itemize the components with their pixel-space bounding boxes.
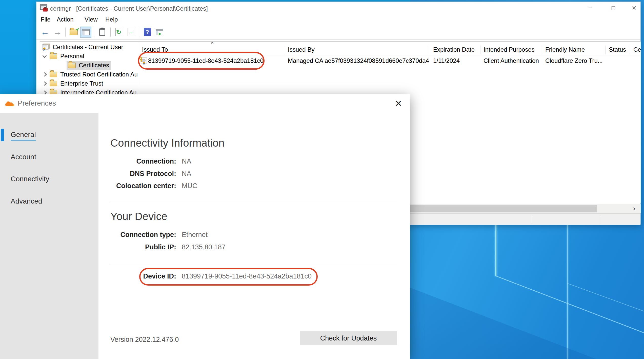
cell-friendly-name: Cloudflare Zero Tru... (545, 57, 603, 64)
minimize-button[interactable]: − (582, 2, 598, 14)
version-text: Version 2022.12.476.0 (110, 336, 179, 344)
preferences-sidebar: General Account Connectivity Advanced (0, 113, 98, 359)
forward-icon[interactable]: → (52, 27, 63, 38)
tree-item-enterprise-trust[interactable]: Enterprise Trust (40, 79, 138, 88)
dialog-title: Preferences (18, 99, 56, 107)
section-divider (110, 264, 397, 264)
toolbar-separator (65, 28, 66, 37)
folder-icon (50, 81, 57, 86)
column-header-intended-purposes[interactable]: Intended Purposes (484, 46, 534, 53)
info-row-connection-type: Connection type: Ethernet (98, 231, 410, 241)
tree-item-certificates-current-user[interactable]: Certificates - Current User (40, 43, 138, 52)
clipboard-icon[interactable] (97, 27, 108, 38)
wallpaper-pane-line (495, 223, 496, 276)
export-list-icon[interactable]: → (125, 27, 136, 38)
scroll-right-icon[interactable]: › (629, 204, 639, 213)
tree-item-personal[interactable]: Personal (40, 52, 138, 61)
preferences-dialog: Preferences × General Account Connectivi… (0, 94, 410, 359)
info-row-dns-protocol: DNS Protocol: NA (98, 170, 410, 180)
toolbar-separator (139, 28, 139, 37)
tree-item-label: Certificates (79, 62, 109, 69)
menu-help[interactable]: Help (105, 16, 118, 23)
close-button[interactable]: × (626, 2, 642, 14)
tree-item-label: Personal (60, 53, 84, 60)
tree-item-label: Enterprise Trust (60, 80, 103, 87)
window-title: certmgr - [Certificates - Current User\P… (50, 5, 208, 12)
annotation-ellipse-issued-to (138, 52, 265, 70)
back-icon[interactable]: ← (39, 27, 51, 38)
show-console-tree-icon[interactable] (80, 27, 91, 38)
tree-selection: Certificates (67, 61, 111, 70)
info-row-colocation-center: Colocation center: MUC (98, 182, 410, 192)
sidebar-item-advanced[interactable]: Advanced (0, 195, 98, 208)
tree-item-label: Trusted Root Certification Au (60, 71, 138, 78)
chevron-down-icon[interactable] (43, 54, 47, 58)
tree-item-trusted-root[interactable]: Trusted Root Certification Au (40, 70, 138, 79)
cloudflare-logo-icon (5, 100, 16, 107)
desktop: certmgr - [Certificates - Current User\P… (0, 0, 644, 359)
column-header-certificate[interactable]: Ce (633, 46, 641, 53)
menu-bar: File Action View Help (36, 14, 640, 25)
chevron-right-icon[interactable] (43, 72, 47, 77)
menu-action[interactable]: Action (57, 16, 74, 23)
cell-expiration-date: 1/11/2024 (433, 57, 460, 64)
check-for-updates-button[interactable]: Check for Updates (300, 331, 397, 345)
menu-view[interactable]: View (85, 16, 98, 23)
section-heading-your-device: Your Device (110, 210, 167, 223)
new-window-icon[interactable]: ▶ (154, 27, 165, 38)
help-icon[interactable]: ? (142, 27, 153, 38)
refresh-icon[interactable]: ↻ (113, 27, 124, 38)
info-row-public-ip: Public IP: 82.135.80.187 (98, 243, 410, 253)
annotation-ellipse-device-id (139, 268, 318, 286)
folder-icon (50, 53, 57, 59)
column-header-issued-by[interactable]: Issued By (288, 46, 314, 53)
toolbar: ← → ↻ → ? ▶ (36, 25, 640, 40)
export-folder-icon[interactable] (68, 27, 79, 38)
wallpaper-pane-line (567, 223, 568, 359)
close-icon[interactable]: × (391, 96, 406, 110)
preferences-content: Connectivity Information Connection: NA … (98, 113, 410, 359)
tree-item-label: Certificates - Current User (53, 44, 123, 51)
certmgr-app-icon (40, 4, 48, 12)
sidebar-item-connectivity[interactable]: Connectivity (0, 173, 98, 186)
column-header-expiration-date[interactable]: Expiration Date (433, 46, 475, 53)
column-header-status[interactable]: Status (609, 46, 626, 53)
info-row-connection: Connection: NA (98, 157, 410, 168)
chevron-right-icon[interactable] (43, 82, 47, 86)
cell-issued-by: Managed CA ae57f03931324f08591d660e7c370… (288, 57, 429, 64)
menu-file[interactable]: File (41, 16, 51, 23)
folder-icon (68, 63, 76, 68)
sidebar-item-account[interactable]: Account (0, 151, 98, 164)
sidebar-item-general[interactable]: General (0, 129, 98, 141)
maximize-button[interactable]: □ (606, 2, 621, 14)
section-heading-connectivity: Connectivity Information (110, 137, 225, 149)
column-header-friendly-name[interactable]: Friendly Name (545, 46, 585, 53)
folder-icon (50, 72, 57, 77)
toolbar-separator (110, 28, 111, 37)
toolbar-separator (94, 28, 94, 37)
section-divider (110, 202, 397, 202)
certificate-store-icon (42, 43, 50, 51)
cell-intended-purposes: Client Authentication (484, 57, 539, 64)
certmgr-titlebar[interactable]: certmgr - [Certificates - Current User\P… (36, 2, 640, 14)
tree-item-certificates[interactable]: Certificates (40, 61, 138, 70)
preferences-header[interactable]: Preferences × (0, 94, 410, 113)
